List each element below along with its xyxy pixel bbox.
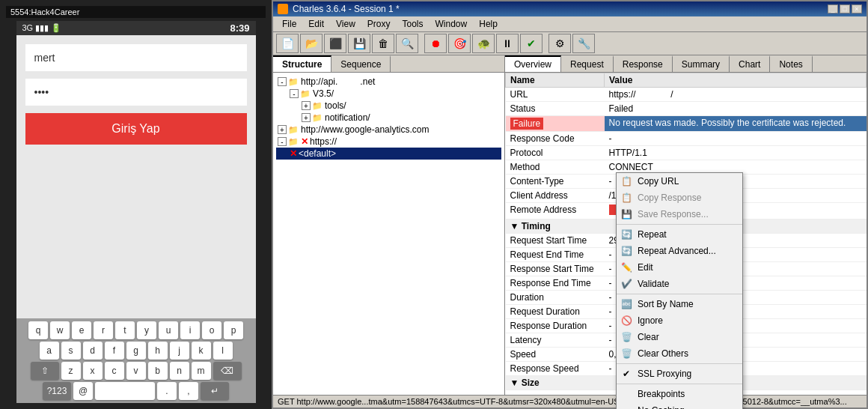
key-m[interactable]: m [192,362,211,380]
toolbar-trash[interactable]: 🗑 [372,34,394,53]
ctx-ssl-proxying[interactable]: ✔ SSL Proxying [617,366,742,382]
menu-file[interactable]: File [276,17,302,31]
key-z[interactable]: z [61,362,81,380]
key-h[interactable]: h [148,342,168,360]
menu-help[interactable]: Help [473,17,504,31]
key-y[interactable]: y [137,321,156,339]
tree-toggle-notification[interactable]: + [302,113,311,122]
ctx-breakpoints[interactable]: Breakpoints [617,386,742,402]
key-backspace[interactable]: ⌫ [213,362,242,380]
key-d[interactable]: d [83,342,103,360]
ctx-validate[interactable]: ✔️ Validate [617,276,742,292]
key-space[interactable] [95,382,155,400]
close-button[interactable]: × [852,4,862,13]
tree-toggle-ga[interactable]: + [278,125,287,134]
menu-edit[interactable]: Edit [302,17,330,31]
ctx-repeat[interactable]: 🔄 Repeat [617,226,742,243]
key-k[interactable]: k [192,342,211,360]
key-b[interactable]: b [148,362,168,380]
tree-item-v35[interactable]: - 📁 V3.5/ [276,88,501,100]
key-x[interactable]: x [83,362,103,380]
key-u[interactable]: u [159,321,178,339]
key-r[interactable]: r [94,321,113,339]
menu-proxy[interactable]: Proxy [361,17,397,31]
key-n[interactable]: n [170,362,189,380]
tab-structure[interactable]: Structure [273,55,331,72]
left-panel-tabs: Structure Sequence [273,55,504,73]
toolbar-throttle[interactable]: 🐢 [472,34,495,53]
tree-toggle-v35[interactable]: - [290,89,299,98]
menu-tools[interactable]: Tools [397,17,430,31]
minimize-button[interactable]: _ [828,4,838,13]
ctx-sort-by-name[interactable]: 🔤 Sort By Name [617,296,742,312]
key-s[interactable]: s [61,342,81,360]
key-v[interactable]: v [126,362,146,380]
tab-notes[interactable]: Notes [770,55,812,72]
password-input[interactable] [25,79,247,106]
toolbar-check[interactable]: ✔ [520,34,542,53]
tab-request[interactable]: Request [561,55,614,72]
ctx-repeat-advanced[interactable]: 🔄 Repeat Advanced... [617,243,742,259]
username-input[interactable] [25,44,247,71]
toolbar-target[interactable]: 🎯 [448,34,471,53]
tab-summary[interactable]: Summary [673,55,730,72]
key-q[interactable]: q [28,321,48,339]
toolbar-save[interactable]: 💾 [348,34,370,53]
key-e[interactable]: e [72,321,91,339]
key-o[interactable]: o [202,321,221,339]
key-p[interactable]: p [224,321,243,339]
maximize-button[interactable]: □ [840,4,850,13]
ctx-edit[interactable]: ✏️ Edit [617,259,742,276]
key-at[interactable]: @ [73,382,93,400]
tree-item-api[interactable]: - 📁 http://api. .net [276,76,501,88]
tab-sequence[interactable]: Sequence [331,55,391,72]
key-a[interactable]: a [40,342,59,360]
edit-icon: ✏️ [621,262,632,273]
toolbar-settings[interactable]: ⚙ [548,34,571,53]
tab-chart[interactable]: Chart [730,55,770,72]
tree-item-tools[interactable]: + 📁 tools/ [276,100,501,112]
toolbar-record[interactable]: ⏺ [424,34,447,53]
toolbar-new[interactable]: 📄 [276,34,299,53]
tree-toggle-tools[interactable]: + [302,101,311,110]
menu-view[interactable]: View [330,17,361,31]
toolbar-search[interactable]: 🔍 [396,34,418,53]
tab-response[interactable]: Response [614,55,673,72]
toolbar-open[interactable]: 📂 [300,34,323,53]
menu-window[interactable]: Window [430,17,474,31]
tab-overview[interactable]: Overview [505,55,561,72]
clear-others-icon: 🗑️ [621,348,632,359]
ctx-clear-others[interactable]: 🗑️ Clear Others [617,345,742,362]
tree-toggle-api[interactable]: - [278,77,287,86]
tree-item-default[interactable]: ✕ <default> [276,148,501,160]
key-comma[interactable]: , [179,382,198,400]
cell-timing-expand[interactable]: ▼ Timing [506,219,605,234]
key-j[interactable]: j [170,342,189,360]
ctx-ignore[interactable]: 🚫 Ignore [617,312,742,329]
ctx-copy-url[interactable]: 📋 Copy URL [617,173,742,190]
key-g[interactable]: g [126,342,146,360]
key-period[interactable]: . [157,382,177,400]
charles-title: Charles 3.6.4 - Session 1 * [293,4,400,14]
login-button[interactable]: Giriş Yap [25,113,247,145]
tree-item-https[interactable]: - 📁 ✕ https:// [276,136,501,148]
key-f[interactable]: f [105,342,124,360]
toolbar-gear[interactable]: 🔧 [572,34,595,53]
tree-item-google-analytics[interactable]: + 📁 http://www.google-analytics.com [276,124,501,136]
key-i[interactable]: i [180,321,200,339]
toolbar-pause[interactable]: ⏸ [496,34,519,53]
ctx-clear[interactable]: 🗑️ Clear [617,329,742,345]
key-l[interactable]: l [213,342,233,360]
key-w[interactable]: w [50,321,70,339]
toolbar-stop[interactable]: ⬛ [324,34,346,53]
tree-toggle-https[interactable]: - [278,137,287,146]
key-shift[interactable]: ⇧ [31,362,59,380]
key-c[interactable]: c [105,362,124,380]
ctx-no-caching[interactable]: No Caching [617,402,742,409]
key-symbols[interactable]: ?123 [43,382,71,400]
ctx-sep-4 [617,384,742,384]
key-t[interactable]: t [115,321,135,339]
tree-item-notification[interactable]: + 📁 notification/ [276,112,501,124]
key-enter[interactable]: ↵ [201,382,229,400]
cell-size-expand[interactable]: ▼ Size [506,376,605,390]
